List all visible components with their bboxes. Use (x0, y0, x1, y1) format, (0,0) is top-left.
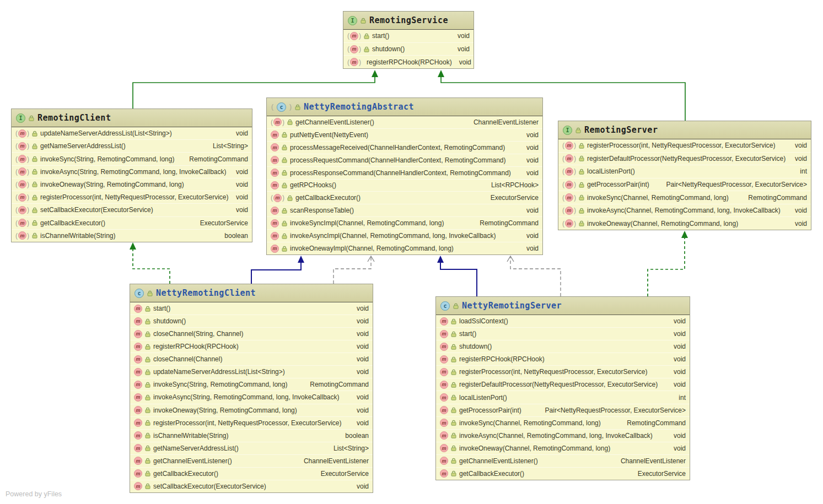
method-row[interactable]: mgetCallbackExecutor()ExecutorService (436, 467, 690, 480)
method-row[interactable]: mstart()void (436, 327, 690, 340)
method-row[interactable]: mprocessMessageReceived(ChannelHandlerCo… (267, 141, 542, 154)
method-row[interactable]: mputNettyEvent(NettyEvent)void (267, 128, 542, 141)
method-return-type: Pair<NettyRequestProcessor, ExecutorServ… (666, 181, 807, 188)
method-row[interactable]: mcloseChannel(String, Channel)void (130, 327, 373, 340)
method-row[interactable]: (m)shutdown()void (343, 42, 474, 56)
class-node-remoting-service[interactable]: I RemotingService (m)start()void(m)shutd… (343, 11, 474, 69)
method-return-type: int (679, 394, 686, 402)
class-node-netty-remoting-client[interactable]: c NettyRemotingClient mstart()voidmshutd… (130, 284, 373, 493)
method-row[interactable]: minvokeAsync(String, RemotingCommand, lo… (130, 391, 373, 403)
method-row[interactable]: mshutdown()void (436, 340, 690, 353)
method-row[interactable]: mshutdown()void (130, 315, 373, 327)
method-row[interactable]: (m)invokeAsync(Channel, RemotingCommand,… (558, 204, 811, 217)
method-icon: m (134, 381, 142, 389)
method-row[interactable]: mupdateNameServerAddressList(List<String… (130, 365, 373, 378)
lock-icon (282, 233, 287, 239)
method-row[interactable]: mgetCallbackExecutor()ExecutorService (130, 467, 373, 480)
method-row[interactable]: (m)invokeAsync(String, RemotingCommand, … (12, 165, 252, 178)
method-row[interactable]: mcloseChannel(Channel)void (130, 353, 373, 365)
method-row[interactable]: mregisterProcessor(int, NettyRequestProc… (130, 416, 373, 429)
method-row[interactable]: (m)invokeSync(Channel, RemotingCommand, … (558, 191, 811, 204)
method-row[interactable]: mgetProcessorPair(int)Pair<NettyRequestP… (436, 404, 690, 416)
method-return-type: boolean (224, 232, 248, 240)
method-row[interactable]: mregisterRPCHook(RPCHook)void (436, 353, 690, 365)
class-node-remoting-server[interactable]: I RemotingServer (m)registerProcessor(in… (558, 121, 811, 230)
method-signature: getNameServerAddressList() (153, 445, 239, 452)
method-icon: m (271, 219, 279, 227)
lock-icon (32, 169, 37, 175)
lock-icon (282, 144, 287, 150)
method-signature: invokeOneway(String, RemotingCommand, lo… (40, 181, 184, 188)
method-icon: (m) (271, 194, 284, 202)
method-row[interactable]: minvokeOneway(Channel, RemotingCommand, … (436, 442, 690, 454)
method-row[interactable]: mgetChannelEventListener()ChannelEventLi… (130, 454, 373, 467)
method-row[interactable]: (m)getCallbackExecutor()ExecutorService (12, 216, 252, 229)
class-node-remoting-client[interactable]: I RemotingClient (m)updateNameServerAddr… (11, 109, 252, 242)
method-row[interactable]: mprocessResponseCommand(ChannelHandlerCo… (267, 166, 542, 179)
class-header[interactable]: I RemotingService (343, 12, 474, 30)
method-row[interactable]: (m)registerRPCHook(RPCHook)void (343, 55, 474, 68)
class-header[interactable]: c NettyRemotingClient (130, 284, 373, 302)
method-row[interactable]: (m)localListenPort()int (558, 165, 811, 178)
lock-icon (145, 432, 150, 438)
method-icon: (m) (562, 167, 576, 176)
method-row[interactable]: (m)getNameServerAddressList()List<String… (12, 139, 252, 152)
method-row[interactable]: (m)invokeOneway(Channel, RemotingCommand… (558, 216, 811, 230)
class-header[interactable]: I RemotingServer (558, 121, 811, 139)
method-row[interactable]: mregisterProcessor(int, NettyRequestProc… (436, 365, 690, 378)
lock-icon (29, 115, 34, 121)
method-row[interactable]: (m)setCallbackExecutor(ExecutorService)v… (12, 203, 252, 216)
method-row[interactable]: (m)isChannelWritable(String)boolean (12, 229, 252, 242)
class-node-netty-remoting-abstract[interactable]: (c) NettyRemotingAbstract (m)getChannelE… (266, 97, 543, 255)
lock-icon (451, 458, 456, 464)
method-row[interactable]: (m)registerProcessor(int, NettyRequestPr… (12, 191, 252, 203)
method-icon: m (271, 143, 279, 151)
class-header[interactable]: (c) NettyRemotingAbstract (267, 98, 542, 116)
method-signature: getNameServerAddressList() (40, 142, 126, 150)
method-return-type: ChannelEventListener (621, 457, 686, 465)
lock-icon (145, 318, 150, 324)
class-node-netty-remoting-server[interactable]: c NettyRemotingServer mloadSslContext()v… (435, 296, 690, 480)
method-row[interactable]: (m)getProcessorPair(int)Pair<NettyReques… (558, 178, 811, 191)
method-row[interactable]: minvokeOneway(String, RemotingCommand, l… (130, 404, 373, 416)
method-signature: putNettyEvent(NettyEvent) (290, 131, 368, 139)
method-row[interactable]: mregisterRPCHook(RPCHook)void (130, 340, 373, 353)
method-return-type: void (674, 432, 686, 440)
class-icon: c (277, 102, 286, 112)
class-header[interactable]: c NettyRemotingServer (436, 297, 690, 315)
method-row[interactable]: (m)getCallbackExecutor()ExecutorService (267, 191, 542, 204)
method-row[interactable]: (m)updateNameServerAddressList(List<Stri… (12, 127, 252, 139)
method-row[interactable]: (m)getChannelEventListener()ChannelEvent… (267, 116, 542, 128)
method-row[interactable]: mprocessRequestCommand(ChannelHandlerCon… (267, 154, 542, 166)
method-row[interactable]: minvokeSync(String, RemotingCommand, lon… (130, 378, 373, 391)
method-row[interactable]: (m)start()void (343, 30, 474, 42)
method-row[interactable]: (m)registerDefaultProcessor(NettyRequest… (558, 152, 811, 165)
method-row[interactable]: minvokeAsync(Channel, RemotingCommand, l… (436, 429, 690, 442)
method-row[interactable]: msetCallbackExecutor(ExecutorService)voi… (130, 480, 373, 492)
method-row[interactable]: mgetNameServerAddressList()List<String> (130, 442, 373, 454)
class-header[interactable]: I RemotingClient (12, 109, 252, 127)
method-row[interactable]: minvokeSyncImpl(Channel, RemotingCommand… (267, 216, 542, 229)
class-title: NettyRemotingServer (462, 301, 562, 311)
method-signature: registerProcessor(int, NettyRequestProce… (587, 142, 775, 149)
method-row[interactable]: minvokeOnewayImpl(Channel, RemotingComma… (267, 242, 542, 254)
method-row[interactable]: mgetRPCHooks()List<RPCHook> (267, 179, 542, 192)
lock-icon (575, 127, 581, 133)
method-return-type: ChannelEventListener (304, 457, 369, 465)
method-signature: getCallbackExecutor() (153, 470, 218, 478)
method-return-type: void (526, 207, 539, 214)
method-row[interactable]: (m)registerProcessor(int, NettyRequestPr… (558, 139, 811, 152)
method-return-type: int (800, 167, 807, 175)
method-row[interactable]: minvokeSync(Channel, RemotingCommand, lo… (436, 416, 690, 429)
method-row[interactable]: mscanResponseTable()void (267, 204, 542, 216)
method-row[interactable]: (m)invokeOneway(String, RemotingCommand,… (12, 178, 252, 191)
method-row[interactable]: mregisterDefaultProcessor(NettyRequestPr… (436, 378, 690, 391)
method-row[interactable]: mloadSslContext()void (436, 315, 690, 327)
method-row[interactable]: mstart()void (130, 302, 373, 315)
method-row[interactable]: minvokeAsyncImpl(Channel, RemotingComman… (267, 229, 542, 242)
method-row[interactable]: misChannelWritable(String)boolean (130, 429, 373, 442)
method-row[interactable]: mgetChannelEventListener()ChannelEventLi… (436, 454, 690, 467)
method-row[interactable]: mlocalListenPort()int (436, 391, 690, 403)
method-row[interactable]: (m)invokeSync(String, RemotingCommand, l… (12, 152, 252, 165)
method-return-type: void (795, 155, 807, 162)
